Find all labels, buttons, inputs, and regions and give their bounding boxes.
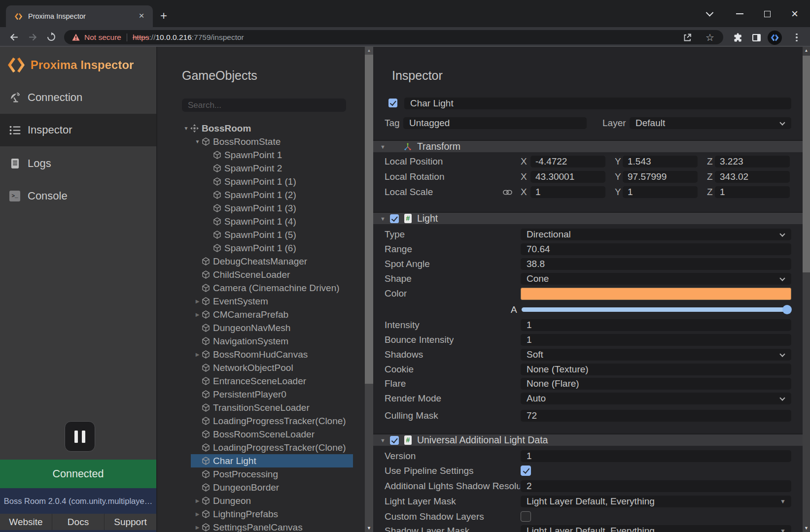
rotation-y-field[interactable]: 97.57999: [623, 171, 698, 183]
culling-mask-field[interactable]: 72: [521, 410, 791, 422]
search-input[interactable]: [182, 99, 346, 112]
docs-link[interactable]: Docs: [52, 514, 104, 530]
tree-item[interactable]: EventSystem: [157, 295, 365, 308]
expand-arrow-icon[interactable]: [193, 352, 202, 357]
side-panel-icon[interactable]: [749, 30, 764, 45]
browser-tab[interactable]: Proxima Inspector ×: [6, 5, 153, 27]
scale-x-field[interactable]: 1: [530, 186, 605, 198]
alpha-slider[interactable]: [522, 307, 790, 312]
address-bar[interactable]: Not secure https://10.0.0.216:7759/inspe…: [64, 30, 723, 44]
browser-menu-icon[interactable]: [789, 30, 804, 45]
scrollbar-thumb[interactable]: [803, 56, 810, 272]
shadow-resolution-field[interactable]: 2: [521, 480, 791, 492]
collapse-arrow-icon[interactable]: ▼: [380, 144, 386, 150]
shadows-select[interactable]: Soft: [521, 349, 791, 361]
tree-item[interactable]: SpawnPoint 1 (6): [157, 241, 365, 255]
tree-item[interactable]: DungeonNavMesh: [157, 321, 365, 334]
extensions-puzzle-icon[interactable]: [730, 30, 745, 45]
color-swatch[interactable]: [521, 288, 791, 300]
bookmark-star-icon[interactable]: ☆: [705, 33, 714, 42]
scroll-down-icon[interactable]: ▼: [803, 524, 810, 532]
tree-item[interactable]: SpawnPoint 1 (4): [157, 215, 365, 228]
light-layer-mask-select[interactable]: Light Layer Default, Everything▼: [521, 496, 791, 507]
tree-item[interactable]: PostProcessing: [157, 467, 365, 481]
tree-item[interactable]: Dungeon: [157, 494, 365, 507]
tree-item[interactable]: BossRoomHudCanvas: [157, 348, 365, 361]
tree-item[interactable]: SpawnPoint 2: [157, 162, 365, 175]
tree-item[interactable]: SpawnPoint 1 (2): [157, 188, 365, 201]
tree-item[interactable]: NetworkObjectPool: [157, 361, 365, 374]
tree-item[interactable]: Camera (Cinemachine Driven): [157, 281, 365, 295]
position-x-field[interactable]: -4.4722: [530, 156, 605, 167]
tree-item[interactable]: SpawnPoint 1 (1): [157, 175, 365, 188]
collapse-arrow-icon[interactable]: ▼: [380, 437, 386, 443]
tree-item[interactable]: SpawnPoint 1: [157, 148, 365, 162]
expand-arrow-icon[interactable]: [193, 511, 202, 517]
sidebar-item-connection[interactable]: Connection: [0, 81, 156, 114]
gameobjects-scrollbar[interactable]: ▲ ▼: [365, 47, 373, 532]
tree-item[interactable]: DungeonBorder: [157, 481, 365, 494]
name-field[interactable]: Char Light: [404, 98, 791, 109]
scrollbar-thumb[interactable]: [365, 55, 373, 384]
sidebar-item-inspector[interactable]: Inspector: [0, 114, 156, 146]
cookie-field[interactable]: None (Texture): [521, 364, 791, 375]
range-field[interactable]: 70.64: [521, 243, 791, 255]
tree-item[interactable]: LoadingProgressTracker(Clone): [157, 441, 365, 454]
render-mode-select[interactable]: Auto: [521, 393, 791, 404]
proxima-extension-icon[interactable]: [767, 30, 782, 45]
transform-header[interactable]: ▼ Transform: [373, 140, 803, 152]
bounce-intensity-field[interactable]: 1: [521, 334, 791, 346]
window-close-button[interactable]: ×: [787, 7, 802, 21]
type-select[interactable]: Directional: [521, 229, 791, 240]
tree-item[interactable]: NavigationSystem: [157, 334, 365, 348]
expand-arrow-icon[interactable]: [182, 126, 190, 131]
inspector-scrollbar[interactable]: ▲ ▼: [803, 47, 810, 532]
tree-item[interactable]: SpawnPoint 1 (5): [157, 228, 365, 241]
tree-item[interactable]: TransitionSceneLoader: [157, 401, 365, 414]
scroll-down-icon[interactable]: ▼: [365, 524, 373, 532]
tree-item[interactable]: BossRoomSceneLoader: [157, 428, 365, 441]
use-pipeline-checkbox[interactable]: [521, 466, 531, 476]
scale-z-field[interactable]: 1: [715, 186, 790, 198]
tree-item[interactable]: LightingPrefabs: [157, 507, 365, 521]
window-minimize-button[interactable]: [732, 7, 747, 21]
custom-shadow-layers-checkbox[interactable]: [521, 511, 531, 522]
pause-button[interactable]: [65, 421, 95, 452]
scale-y-field[interactable]: 1: [623, 186, 698, 198]
tree-item[interactable]: DebugCheatsManager: [157, 255, 365, 268]
sidebar-item-logs[interactable]: Logs: [0, 147, 156, 180]
tree-item[interactable]: EntranceSceneLoader: [157, 374, 365, 388]
shadow-layer-mask-select[interactable]: Light Layer Default, Everything▼: [521, 525, 791, 532]
expand-arrow-icon[interactable]: [193, 139, 202, 144]
expand-arrow-icon[interactable]: [193, 525, 202, 530]
tree-item[interactable]: BossRoomState: [157, 135, 365, 148]
tree-item[interactable]: Char Light: [157, 454, 365, 467]
scroll-up-icon[interactable]: ▲: [365, 47, 373, 55]
forward-button[interactable]: [26, 31, 39, 43]
tree-item[interactable]: SettingsPanelCanvas: [157, 521, 365, 532]
tree-item[interactable]: ChildSceneLoader: [157, 268, 365, 281]
tree-item[interactable]: SpawnPoint 1 (3): [157, 201, 365, 215]
share-icon[interactable]: [682, 33, 692, 42]
slider-handle[interactable]: [782, 305, 792, 314]
light-header[interactable]: ▼ # Light: [373, 212, 803, 224]
tag-field[interactable]: Untagged: [403, 117, 587, 129]
tab-close-icon[interactable]: ×: [137, 11, 146, 21]
expand-arrow-icon[interactable]: [193, 299, 202, 304]
website-link[interactable]: Website: [0, 514, 52, 530]
collapse-arrow-icon[interactable]: ▼: [380, 216, 386, 222]
back-button[interactable]: [7, 31, 20, 43]
sidebar-item-console[interactable]: >_ Console: [0, 180, 156, 212]
shape-select[interactable]: Cone: [521, 273, 791, 285]
active-checkbox[interactable]: [388, 99, 397, 107]
window-maximize-button[interactable]: [760, 7, 775, 21]
expand-arrow-icon[interactable]: [193, 498, 202, 503]
scroll-up-icon[interactable]: ▲: [803, 47, 810, 55]
reload-button[interactable]: [45, 31, 58, 43]
tab-search-chevron-icon[interactable]: [702, 7, 717, 21]
version-field[interactable]: 1: [521, 450, 791, 462]
tree-item[interactable]: PersistentPlayer0: [157, 388, 365, 401]
tree-item[interactable]: BossRoom: [157, 122, 365, 135]
rotation-x-field[interactable]: 43.30001: [530, 171, 605, 183]
tree-item[interactable]: CMCameraPrefab: [157, 308, 365, 321]
